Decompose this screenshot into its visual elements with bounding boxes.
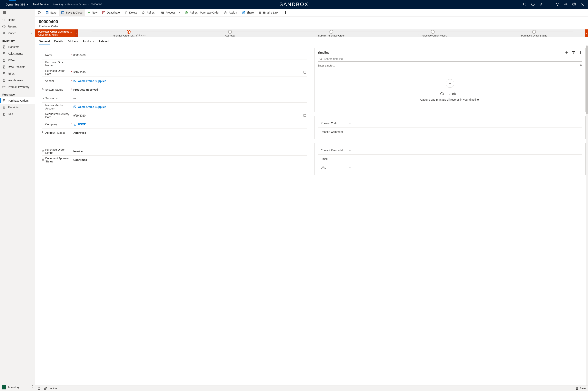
tab-general[interactable]: General [39,40,50,45]
email-input[interactable]: --- [348,157,583,161]
reason-section: Reason Code --- Reason Comment --- [314,116,586,139]
nav-product-inventory[interactable]: Product Inventory [0,84,35,90]
tab-details[interactable]: Details [54,40,63,45]
nav-warehouses[interactable]: Warehouses [0,77,35,84]
nav-rmas[interactable]: RMAs [0,57,35,64]
reason-comment-input[interactable]: --- [348,129,583,134]
filter-icon[interactable] [556,2,559,6]
bpf-stage-approval[interactable]: Approval [179,29,281,37]
save-close-button[interactable]: Save & Close [59,9,85,16]
crumb-inventory[interactable]: Inventory [53,3,63,6]
vendor-lookup[interactable]: Acme Office Supplies [73,79,307,83]
bpf-stage-receive[interactable]: Purchase Order Recei... [382,29,484,37]
delete-button[interactable]: Delete [122,9,140,16]
popout-icon[interactable] [38,387,40,390]
nav-purchase-orders[interactable]: Purchase Orders [0,97,35,104]
nav-rma-receipts[interactable]: RMA Receipts [0,64,35,70]
process-button[interactable]: Process▼ [158,9,182,16]
record-number: 00000400 [39,19,588,24]
nav-label: RMA Receipts [8,65,25,69]
field-name: Name * 00000400 [42,51,307,59]
reason-code-input[interactable]: --- [348,121,583,126]
bpf-title[interactable]: Purchase Order Business ... Active for 3… [35,29,75,37]
refresh-po-button[interactable]: Refresh Purchase Order [183,9,222,16]
assign-button[interactable]: Assign [222,9,239,16]
refresh-button[interactable]: Refresh [140,9,158,16]
nav-bills[interactable]: Bills [0,111,35,117]
plus-circle-icon[interactable]: ＋ [446,79,454,88]
po-name-input[interactable]: --- [73,61,307,66]
timeline-note-input[interactable]: Enter a note... [318,64,335,67]
email-link-button[interactable]: Email a Link [256,9,280,16]
app-brand[interactable]: Dynamics 365 [5,3,25,6]
timeline-add-button[interactable] [565,51,568,54]
req-date-input[interactable]: 9/29/2020 [73,113,303,118]
bpf-stage-submit[interactable]: Submit Purchase Order [281,29,382,37]
substatus-input[interactable]: --- [73,96,307,101]
nav-label: Bills [8,112,13,115]
calendar-icon[interactable] [303,114,307,117]
crumb-record[interactable]: 00000400 [91,3,102,6]
bpf-stage-status[interactable]: Purchase Order Status [484,29,585,37]
timeline-search-input[interactable] [324,57,581,60]
footer-save-button[interactable]: Save [576,387,586,390]
nav-pinned[interactable]: Pinned ⌄ [0,30,35,36]
area-label: Inventory [8,386,20,389]
user-icon[interactable] [581,2,584,6]
contact-section: Contact Person Id --- Email --- URL [314,143,586,175]
nav-recent[interactable]: Recent ⌄ [0,23,35,30]
search-icon[interactable] [523,2,526,6]
name-input[interactable]: 00000400 [73,53,307,58]
invoice-vendor-lookup[interactable]: Acme Office Supplies [73,104,307,109]
bpf-prev-button[interactable]: ‹ [75,29,78,37]
gear-icon[interactable] [564,2,568,6]
area-switcher[interactable]: I Inventory ˄˅ [0,383,35,391]
timeline-filter-button[interactable] [572,51,575,54]
bpf-stage-draft[interactable]: Purchase Order Dr... (32 Hrs) [78,29,179,37]
nav-label: Transfers [8,45,19,48]
key-icon [42,97,44,100]
timeline-title: Timeline [318,51,330,54]
record-status: Active [50,387,57,390]
module-name[interactable]: Field Service [33,3,49,6]
field-reason-code: Reason Code --- [318,119,583,127]
nav-transfers[interactable]: Transfers [0,44,35,50]
plus-icon[interactable] [548,2,551,6]
approval-status-input[interactable]: Approved [73,130,307,135]
section-inventory: Inventory [0,36,35,44]
help-icon[interactable] [572,2,576,6]
attachment-icon[interactable] [579,64,582,67]
calendar-icon[interactable] [303,71,307,74]
contact-input[interactable]: --- [348,148,583,153]
po-date-input[interactable]: 9/29/2020 [73,70,303,75]
expand-icon[interactable] [44,387,47,390]
nav-rtvs[interactable]: RTVs [0,70,35,77]
deactivate-button[interactable]: Deactivate [100,9,122,16]
tab-products[interactable]: Products [82,40,94,45]
nav-receipts[interactable]: Receipts [0,104,35,111]
record-header: 00000400 Purchase Order [35,16,588,29]
timeline-more-button[interactable] [579,51,582,54]
system-status-input[interactable]: Products Received [73,87,307,92]
crumb-purchase-orders[interactable]: Purchase Orders [68,3,87,6]
vertical-scrollbar[interactable] [586,45,588,391]
save-button[interactable]: Save [43,9,59,16]
task-icon[interactable] [531,2,535,6]
go-back-button[interactable] [35,9,43,16]
url-input[interactable]: --- [348,165,583,170]
app-switcher-icon[interactable]: ▼ [26,3,28,5]
empty-subtext: Capture and manage all records in your t… [318,98,583,101]
more-commands-button[interactable] [282,9,290,16]
tab-address[interactable]: Address [68,40,78,45]
bulb-icon[interactable] [539,2,543,6]
company-lookup[interactable]: USMF [73,122,307,126]
new-button[interactable]: New [85,9,100,16]
nav-adjustments[interactable]: Adjustments [0,50,35,57]
nav-home[interactable]: Home [0,16,35,23]
share-button[interactable]: Share [239,9,256,16]
bpf-next-button[interactable]: › [585,29,588,37]
tab-related[interactable]: Related [98,40,109,45]
field-doc-approval: Document Approval Status Confirmed [42,156,307,164]
top-navbar: Dynamics 365 ▼ Field Service Inventory ›… [0,0,588,9]
hamburger-button[interactable] [0,9,35,16]
